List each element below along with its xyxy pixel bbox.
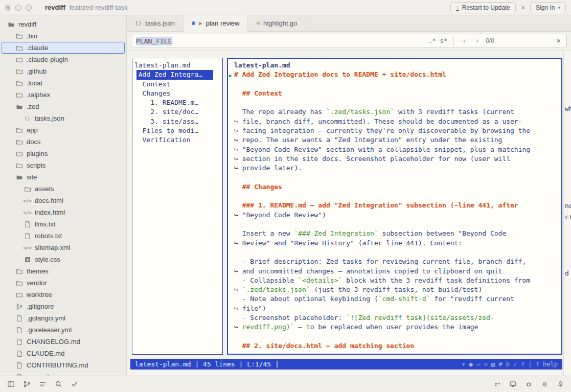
tree-item-vendor[interactable]: vendor: [2, 277, 125, 289]
tree-item-go.mod[interactable]: go.mod: [2, 371, 125, 376]
tree-item-label: docs: [27, 138, 40, 146]
mic-icon[interactable]: [555, 379, 566, 390]
tree-item-llms.txt[interactable]: llms.txt: [2, 218, 125, 230]
outline-item[interactable]: Verification: [132, 135, 222, 145]
tree-item-plugins[interactable]: plugins: [2, 148, 125, 159]
search-icon[interactable]: [53, 379, 64, 390]
search-query[interactable]: PLAN_FILE: [136, 37, 172, 45]
folder-icon: [24, 185, 31, 193]
outline-item[interactable]: Changes: [132, 89, 222, 98]
outline-item[interactable]: 3. site/ass…: [132, 117, 222, 126]
close-window-button[interactable]: [5, 5, 11, 11]
tree-item-scripts[interactable]: scripts: [2, 159, 125, 171]
text-segment: - Collapsible: [234, 276, 298, 284]
text-segment: — to be replaced when user provides the …: [294, 323, 478, 331]
search-divider: [453, 36, 454, 45]
tree-item-label: llms.txt: [35, 220, 55, 228]
close-search-button[interactable]: ×: [556, 37, 562, 45]
tree-item-docs[interactable]: docs: [2, 136, 125, 148]
regex-icon[interactable]: .*: [428, 37, 436, 44]
tree-item-assets[interactable]: assets: [2, 183, 125, 195]
outline-item[interactable]: Files to modi…: [132, 126, 222, 135]
tree-item-.claude-plugin[interactable]: .claude-plugin: [2, 54, 125, 65]
terminal-status-left: latest-plan.md | 45 lines | L:1/45 |: [135, 360, 279, 368]
edge-text-fragment: d: [565, 269, 569, 277]
text-segment: - Screenshot placeholder:: [234, 314, 346, 321]
terminal-line: ↪ facing integration — currently they're…: [228, 126, 561, 135]
outline-item[interactable]: 1. README.m…: [132, 98, 222, 107]
selection-search-icon[interactable]: s*: [440, 37, 447, 44]
next-match-button[interactable]: ›: [473, 36, 482, 45]
terminal-status-bar: latest-plan.md | 45 lines | L:1/45 | ▾ ●…: [130, 359, 562, 370]
tree-item-.golangci.yml[interactable]: .golangci.yml: [2, 312, 125, 324]
outline-item[interactable]: latest-plan.md: [132, 61, 222, 70]
tree-item-site[interactable]: site: [2, 171, 125, 183]
restart-to-update-button[interactable]: ↓ Restart to Update: [450, 2, 516, 13]
tree-item-CONTRIBUTING.md[interactable]: CONTRIBUTING.md: [2, 359, 125, 371]
diagnostics-check-icon[interactable]: [68, 379, 80, 390]
tree-item-app[interactable]: app: [2, 124, 125, 136]
tree-item-.local[interactable]: .local: [2, 77, 125, 89]
tree-item-tasks.json[interactable]: {}tasks.json: [2, 112, 125, 124]
tree-item-revdiff[interactable]: revdiff: [2, 18, 125, 30]
project-name[interactable]: revdiff: [45, 4, 65, 11]
maximize-window-button[interactable]: [26, 5, 32, 11]
tree-item-CLAUDE.md[interactable]: CLAUDE.md: [2, 348, 125, 359]
git-branch-icon[interactable]: [21, 379, 32, 390]
tree-item-.claude[interactable]: .claude: [2, 42, 125, 54]
text-segment: `.zed/tasks.json`: [242, 286, 310, 293]
tree-item-sitemap.xml[interactable]: </>sitemap.xml: [2, 242, 125, 253]
outline-item[interactable]: 2. site/doc…: [132, 107, 222, 117]
tree-item-label: plugins: [27, 150, 48, 157]
tree-item-.ralphex[interactable]: .ralphex: [2, 89, 125, 101]
tree-item-.goreleaser.yml[interactable]: .goreleaser.yml: [2, 324, 125, 336]
tree-item-.bin[interactable]: .bin: [2, 30, 125, 42]
braces-icon: {}: [24, 114, 31, 122]
bug-icon[interactable]: [523, 379, 534, 390]
tree-item-.gitignore[interactable]: .gitignore: [2, 301, 125, 312]
folder-open-icon: [15, 103, 23, 110]
tree-item-themes[interactable]: themes: [2, 265, 125, 277]
folder-icon: [15, 279, 23, 287]
terminal-line: ↪ file, branch diff, uncommitted). These…: [228, 117, 561, 126]
tab-plan-review[interactable]: ▶plan review: [184, 15, 248, 32]
text-segment: ↪ file, branch diff, uncommitted). These…: [234, 118, 522, 125]
terminal-line: [228, 80, 561, 89]
panel-toggle-icon[interactable]: [5, 379, 16, 390]
outline-item[interactable]: Context: [132, 80, 222, 89]
zoom-icon[interactable]: z: [491, 379, 503, 390]
tree-item-robots.txt[interactable]: robots.txt: [2, 230, 125, 242]
tree-item-worktree[interactable]: worktree: [2, 289, 125, 301]
tree-item-label: .github: [27, 67, 47, 75]
outline-item[interactable]: Add Zed Integra…: [136, 70, 213, 79]
markdown-viewer[interactable]: latest-plan.md▶# Add Zed Integration doc…: [227, 58, 562, 355]
tree-item-.github[interactable]: .github: [2, 65, 125, 77]
prev-match-button[interactable]: ‹: [460, 36, 469, 45]
minimize-window-button[interactable]: [15, 5, 21, 11]
search-input[interactable]: PLAN_FILE .* s* ‹ › 0/0 ×: [131, 34, 567, 48]
outline-list-icon[interactable]: [37, 379, 48, 390]
tree-item-label: .claude: [27, 44, 48, 52]
tab-highlight.go[interactable]: ∞highlight.go: [248, 15, 306, 31]
tree-item-label: docs.html: [35, 197, 63, 204]
tab-tasks.json[interactable]: {}tasks.json: [127, 15, 184, 31]
tree-item-.zed[interactable]: .zed: [2, 101, 125, 112]
screen-share-icon[interactable]: [507, 379, 518, 390]
text-segment: ↪ "Beyond Code Review" section with a co…: [234, 146, 530, 153]
tree-item-docs.html[interactable]: </>docs.html: [2, 195, 125, 206]
svg-text:z: z: [494, 382, 497, 387]
terminal-line: - Brief description: Zed tasks for revie…: [228, 257, 561, 266]
sign-in-button[interactable]: Sign In ▾: [530, 2, 566, 13]
dismiss-update-button[interactable]: ×: [520, 4, 526, 12]
branch-name[interactable]: feat/zed-revdiff-task: [70, 4, 128, 11]
code-icon: </>: [24, 197, 31, 204]
tree-item-CHANGELOG.md[interactable]: CHANGELOG.md: [2, 336, 125, 348]
terminal-line: [228, 220, 561, 229]
tree-item-style.css[interactable]: #style.css: [2, 253, 125, 265]
settings-icon[interactable]: [539, 379, 550, 390]
text-segment: `### Zed Integration`: [294, 229, 378, 237]
terminal-line: - Collapsible `<details>` block with the…: [228, 276, 561, 285]
folder-icon: [15, 267, 23, 275]
text-segment: # Add Zed Integration docs to README + s…: [234, 71, 446, 78]
tree-item-index.html[interactable]: </>index.html: [2, 206, 125, 218]
